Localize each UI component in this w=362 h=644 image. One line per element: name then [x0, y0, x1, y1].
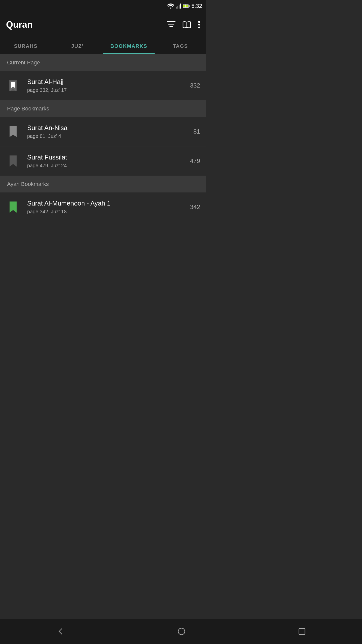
- bookmark-item-surat-al-mumenoon[interactable]: Surat Al-Mumenoon - Ayah 1 page 342, Juz…: [0, 192, 206, 222]
- bookmark-item-surat-an-nisa[interactable]: Surat An-Nisa page 81, Juz' 4 81: [0, 117, 206, 146]
- svg-rect-9: [168, 24, 174, 25]
- bookmark-item-surat-al-hajj[interactable]: Surat Al-Hajj page 332, Juz' 17 332: [0, 71, 206, 100]
- bookmark-title-al-hajj: Surat Al-Hajj: [27, 78, 185, 86]
- bookmark-info-an-nisa: Surat An-Nisa page 81, Juz' 4: [27, 124, 185, 139]
- bookmark-info-al-hajj: Surat Al-Hajj page 332, Juz' 17: [27, 78, 185, 93]
- svg-point-14: [198, 27, 200, 28]
- tab-bar: SURAHS JUZ' BOOKMARKS TAGS: [0, 37, 206, 54]
- svg-rect-2: [179, 5, 180, 9]
- bookmark-icon-green: [6, 200, 20, 214]
- bookmark-icon-dark: [6, 78, 20, 93]
- bookmark-subtitle-al-mumenoon: page 342, Juz' 18: [27, 209, 185, 215]
- wifi-icon: [167, 4, 174, 9]
- section-header-page-bookmarks: Page Bookmarks: [0, 100, 206, 117]
- status-bar: 5:32: [0, 0, 206, 12]
- section-header-current-page: Current Page: [0, 54, 206, 71]
- app-bar-icons: [167, 21, 200, 28]
- bookmark-info-al-mumenoon: Surat Al-Mumenoon - Ayah 1 page 342, Juz…: [27, 199, 185, 215]
- tab-tags[interactable]: TAGS: [155, 37, 206, 54]
- bookmark-icon-dark2: [6, 154, 20, 168]
- svg-rect-3: [180, 4, 181, 9]
- bookmark-page-al-hajj: 332: [185, 82, 200, 89]
- sort-icon[interactable]: [167, 21, 175, 28]
- section-header-ayah-bookmarks: Ayah Bookmarks: [0, 176, 206, 192]
- status-time: 5:32: [191, 3, 202, 9]
- book-icon[interactable]: [183, 21, 191, 28]
- svg-rect-10: [169, 26, 173, 27]
- svg-rect-8: [167, 21, 175, 22]
- signal-icon: [176, 4, 181, 9]
- bookmark-item-surat-fussilat[interactable]: Surat Fussilat page 479, Juz' 24 479: [0, 146, 206, 176]
- bookmark-page-an-nisa: 81: [185, 128, 200, 135]
- bookmark-subtitle-an-nisa: page 81, Juz' 4: [27, 133, 185, 139]
- bookmark-page-fussilat: 479: [185, 157, 200, 165]
- tab-bookmarks[interactable]: BOOKMARKS: [103, 37, 155, 54]
- bookmark-subtitle-al-hajj: page 332, Juz' 17: [27, 87, 185, 93]
- bookmark-subtitle-fussilat: page 479, Juz' 24: [27, 163, 185, 169]
- status-icons: 5:32: [167, 3, 202, 9]
- bookmark-icon-white: [6, 125, 20, 139]
- app-bar: Quran: [0, 12, 206, 37]
- svg-rect-6: [189, 5, 190, 7]
- more-icon[interactable]: [198, 21, 200, 28]
- svg-point-13: [198, 24, 200, 26]
- app-title: Quran: [6, 19, 33, 30]
- bookmark-info-fussilat: Surat Fussilat page 479, Juz' 24: [27, 153, 185, 169]
- battery-icon: [183, 4, 190, 8]
- bookmark-title-an-nisa: Surat An-Nisa: [27, 124, 185, 132]
- tab-surahs[interactable]: SURAHS: [0, 37, 52, 54]
- bookmark-title-fussilat: Surat Fussilat: [27, 153, 185, 161]
- svg-point-12: [198, 21, 200, 23]
- tab-juz[interactable]: JUZ': [52, 37, 103, 54]
- bookmark-title-al-mumenoon: Surat Al-Mumenoon - Ayah 1: [27, 199, 185, 207]
- svg-rect-1: [177, 6, 178, 9]
- svg-rect-0: [176, 7, 177, 9]
- bookmark-page-al-mumenoon: 342: [185, 204, 200, 211]
